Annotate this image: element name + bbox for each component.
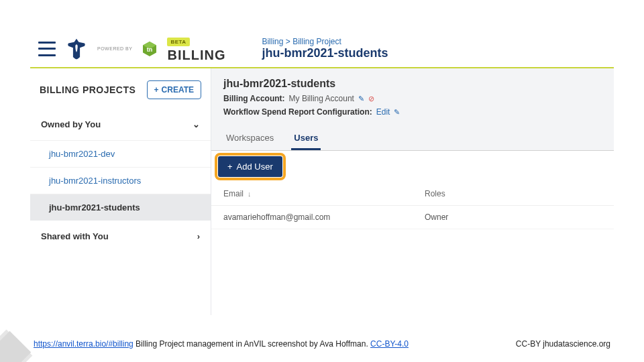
breadcrumb-block: Billing > Billing Project jhu-bmr2021-st…: [262, 37, 388, 60]
edit-link[interactable]: Edit: [376, 107, 390, 117]
users-tab-body: + Add User Email ↓ Roles avamariehoffman…: [211, 151, 614, 315]
owned-by-you-expander[interactable]: Owned by You ⌄: [30, 109, 211, 140]
sort-down-icon: ↓: [248, 190, 252, 198]
main-panel: jhu-bmr2021-students Billing Account: My…: [211, 68, 614, 315]
plus-icon: +: [227, 162, 233, 172]
project-name: jhu-bmr2021-students: [223, 78, 602, 90]
tab-users[interactable]: Users: [291, 127, 321, 150]
chevron-down-icon: ⌄: [193, 119, 200, 129]
chevron-right-icon: ›: [197, 231, 200, 241]
hamburger-icon[interactable]: [38, 42, 56, 56]
page-title: jhu-bmr2021-students: [262, 46, 388, 60]
breadcrumb-root[interactable]: Billing: [262, 37, 283, 46]
breadcrumb-leaf: Billing Project: [292, 37, 341, 46]
powered-by-label: POWERED BY: [97, 46, 132, 52]
pencil-icon[interactable]: ✎: [358, 95, 364, 103]
pencil-icon[interactable]: ✎: [394, 108, 400, 117]
plus-icon: +: [154, 85, 159, 95]
tabs: Workspaces Users: [211, 127, 614, 151]
cell-email: avamariehoffman@gmail.com: [223, 213, 425, 222]
project-list: jhu-bmr2021-dev jhu-bmr2021-instructors …: [30, 140, 211, 221]
table-row: avamariehoffman@gmail.com Owner: [211, 206, 614, 229]
beta-badge: BETA: [167, 38, 189, 46]
billing-heading: BETA BILLING: [167, 34, 225, 63]
remove-icon[interactable]: ⊘: [368, 95, 374, 103]
table-header: Email ↓ Roles: [211, 182, 614, 206]
column-email[interactable]: Email ↓: [223, 189, 425, 198]
column-roles[interactable]: Roles: [425, 189, 602, 198]
add-user-button[interactable]: + Add User: [218, 156, 282, 177]
license-link[interactable]: CC-BY-4.0: [370, 339, 409, 349]
workflow-config-row: Workflow Spend Report Configuration: Edi…: [223, 107, 602, 117]
sidebar-item-instructors[interactable]: jhu-bmr2021-instructors: [30, 167, 211, 194]
sidebar-item-dev[interactable]: jhu-bmr2021-dev: [30, 140, 211, 167]
anvil-logo-icon: [65, 38, 88, 60]
terra-logo-icon: tn: [142, 41, 158, 57]
create-button[interactable]: + CREATE: [147, 80, 201, 99]
footer: https://anvil.terra.bio/#billing Billing…: [34, 339, 610, 349]
sidebar: BILLING PROJECTS + CREATE Owned by You ⌄…: [30, 68, 211, 315]
billing-account-row: Billing Account: My Billing Account ✎ ⊘: [223, 94, 602, 103]
attribution: CC-BY jhudatascience.org: [516, 339, 610, 349]
app-header: POWERED BY tn BETA BILLING Billing > Bil…: [30, 30, 614, 68]
cell-role: Owner: [425, 213, 602, 222]
shared-with-you-expander[interactable]: Shared with You ›: [30, 221, 211, 252]
tab-workspaces[interactable]: Workspaces: [223, 127, 276, 150]
source-url-link[interactable]: https://anvil.terra.bio/#billing: [34, 339, 133, 349]
sidebar-title: BILLING PROJECTS: [40, 84, 136, 95]
breadcrumb: Billing > Billing Project: [262, 37, 388, 46]
svg-text:tn: tn: [147, 46, 153, 53]
sidebar-item-students[interactable]: jhu-bmr2021-students: [30, 194, 211, 221]
